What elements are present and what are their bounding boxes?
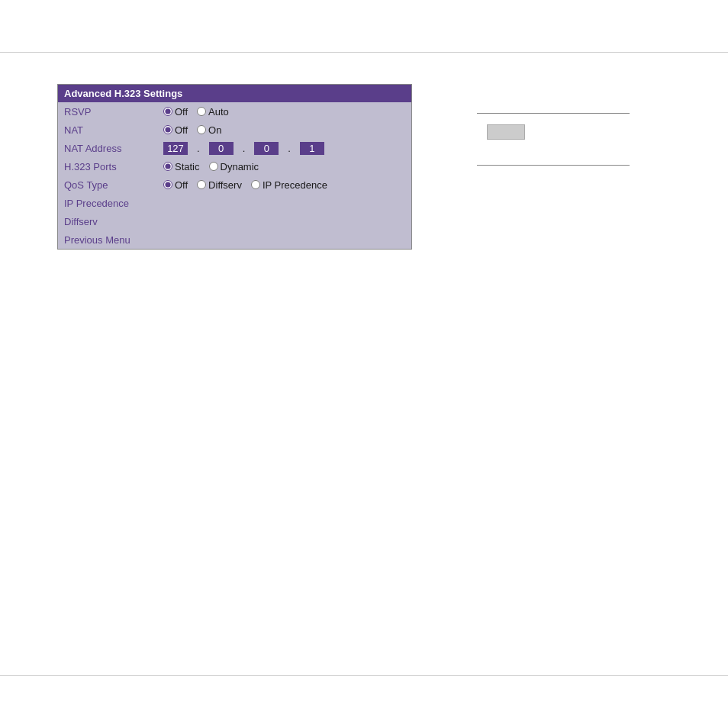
ports-static-radio[interactable] [163,162,172,171]
ip-precedence-row[interactable]: IP Precedence [58,194,411,212]
ip-precedence-label: IP Precedence [64,198,163,209]
nat-off-option[interactable]: Off [163,124,188,136]
nat-off-radio[interactable] [163,125,172,134]
rsvp-row: RSVP Off Auto [58,102,411,121]
ip-dot-3: . [288,143,291,154]
rsvp-auto-radio[interactable] [197,107,206,116]
previous-menu-label: Previous Menu [64,234,163,246]
qos-diffserv-radio[interactable] [197,180,206,189]
nat-address-label: NAT Address [64,143,163,154]
ip-dot-1: . [197,143,200,154]
qos-ip-prec-option[interactable]: IP Precedence [251,179,327,191]
diffserv-row[interactable]: Diffserv [58,212,411,230]
bottom-divider [0,675,728,676]
rsvp-controls: Off Auto [163,106,229,118]
panel-title-text: Advanced H.323 Settings [64,88,182,99]
h323-ports-row: H.323 Ports Static Dynamic [58,157,411,176]
h323-ports-label: H.323 Ports [64,161,163,172]
rsvp-off-option[interactable]: Off [163,106,188,118]
nat-label: NAT [64,124,163,136]
qos-off-label: Off [175,179,188,191]
diffserv-label: Diffserv [64,216,163,227]
nat-on-radio[interactable] [197,125,206,134]
previous-menu-row[interactable]: Previous Menu [58,230,411,249]
right-panel-button[interactable] [487,124,525,140]
ports-static-option[interactable]: Static [163,161,200,172]
ports-dynamic-option[interactable]: Dynamic [209,161,259,172]
rsvp-off-radio[interactable] [163,107,172,116]
nat-on-option[interactable]: On [197,124,221,136]
nat-row: NAT Off On [58,121,411,139]
qos-row: QoS Type Off Diffserv IP Precedence [58,176,411,194]
nat-address-controls: . . . [163,142,324,155]
panel-body: RSVP Off Auto NAT Off [58,102,411,249]
qos-diffserv-label: Diffserv [208,179,242,191]
qos-ip-prec-label: IP Precedence [263,179,327,191]
h323-ports-controls: Static Dynamic [163,161,259,172]
nat-ip-oct4[interactable] [300,142,324,155]
rsvp-off-label: Off [175,106,188,118]
rsvp-label: RSVP [64,106,163,118]
nat-on-label: On [208,124,221,136]
ports-static-label: Static [175,161,200,172]
right-top-line [477,113,630,114]
qos-controls: Off Diffserv IP Precedence [163,179,327,191]
panel-title: Advanced H.323 Settings [58,85,411,102]
qos-label: QoS Type [64,179,163,191]
settings-panel: Advanced H.323 Settings RSVP Off Auto NA… [57,84,412,250]
rsvp-auto-option[interactable]: Auto [197,106,229,118]
ports-dynamic-label: Dynamic [221,161,259,172]
qos-ip-prec-radio[interactable] [251,180,260,189]
ip-dot-2: . [243,143,246,154]
top-divider [0,52,728,53]
qos-diffserv-option[interactable]: Diffserv [197,179,242,191]
qos-off-radio[interactable] [163,180,172,189]
nat-ip-oct1[interactable] [163,142,188,155]
right-bottom-line [477,165,630,166]
nat-controls: Off On [163,124,221,136]
rsvp-auto-label: Auto [208,106,229,118]
qos-off-option[interactable]: Off [163,179,188,191]
nat-address-row: NAT Address . . . [58,139,411,157]
nat-off-label: Off [175,124,188,136]
nat-ip-oct2[interactable] [209,142,234,155]
ports-dynamic-radio[interactable] [209,162,218,171]
nat-ip-oct3[interactable] [254,142,279,155]
